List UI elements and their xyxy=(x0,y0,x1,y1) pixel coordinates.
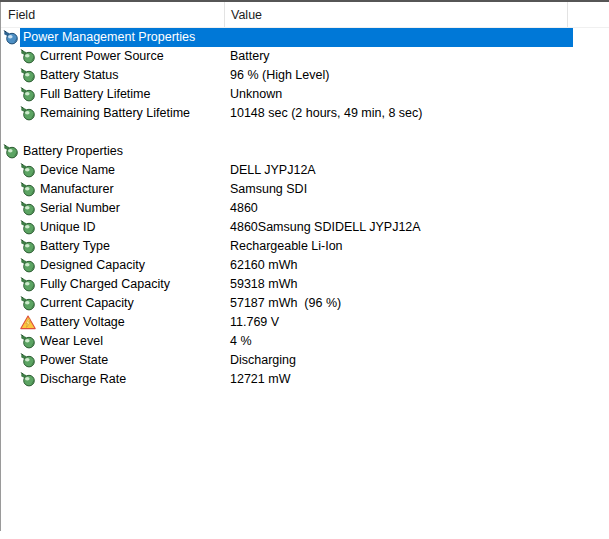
value-label: Discharging xyxy=(230,351,296,370)
warning-icon xyxy=(20,315,36,330)
property-row[interactable]: Unique ID4860Samsung SDIDELL JYPJ12A xyxy=(0,218,609,237)
field-cell: Current Capacity xyxy=(0,294,225,313)
property-icon xyxy=(20,87,36,102)
value-cell xyxy=(225,142,573,161)
column-header-field[interactable]: Field xyxy=(1,2,225,27)
properties-list: Power Management PropertiesCurrent Power… xyxy=(0,28,609,389)
field-cell: Wear Level xyxy=(0,332,225,351)
field-cell: Battery Status xyxy=(0,66,225,85)
property-icon xyxy=(20,239,36,254)
value-label: 10148 sec (2 hours, 49 min, 8 sec) xyxy=(230,104,422,123)
property-row[interactable]: Battery Status96 % (High Level) xyxy=(0,66,609,85)
property-icon xyxy=(20,220,36,235)
section-row[interactable]: Power Management Properties xyxy=(0,28,609,47)
value-cell: Samsung SDI xyxy=(225,180,573,199)
field-label: Serial Number xyxy=(40,199,120,218)
section-row[interactable]: Battery Properties xyxy=(0,142,609,161)
property-row[interactable]: ManufacturerSamsung SDI xyxy=(0,180,609,199)
value-cell: 57187 mWh (96 %) xyxy=(225,294,573,313)
property-row[interactable]: Current Capacity57187 mWh (96 %) xyxy=(0,294,609,313)
property-icon xyxy=(20,182,36,197)
field-cell: Designed Capacity xyxy=(0,256,225,275)
column-header-field-label: Field xyxy=(8,8,35,22)
property-icon xyxy=(20,334,36,349)
property-row[interactable]: Wear Level4 % xyxy=(0,332,609,351)
field-label: Full Battery Lifetime xyxy=(40,85,150,104)
value-cell: 62160 mWh xyxy=(225,256,573,275)
field-label: Power State xyxy=(40,351,108,370)
field-cell: Serial Number xyxy=(0,199,225,218)
value-label: 4860Samsung SDIDELL JYPJ12A xyxy=(230,218,421,237)
field-label: Battery Status xyxy=(40,66,119,85)
field-label: Current Power Source xyxy=(40,47,164,66)
property-icon xyxy=(20,68,36,83)
value-cell: 4860Samsung SDIDELL JYPJ12A xyxy=(225,218,573,237)
value-cell: DELL JYPJ12A xyxy=(225,161,573,180)
property-icon xyxy=(20,49,36,64)
field-cell: Full Battery Lifetime xyxy=(0,85,225,104)
property-icon xyxy=(20,163,36,178)
field-cell: Remaining Battery Lifetime xyxy=(0,104,225,123)
value-cell: 10148 sec (2 hours, 49 min, 8 sec) xyxy=(225,104,573,123)
property-row[interactable]: Designed Capacity62160 mWh xyxy=(0,256,609,275)
field-label: Battery Voltage xyxy=(40,313,125,332)
value-cell: Rechargeable Li-Ion xyxy=(225,237,573,256)
value-cell: 12721 mW xyxy=(225,370,573,389)
property-icon xyxy=(20,106,36,121)
property-row[interactable]: Battery TypeRechargeable Li-Ion xyxy=(0,237,609,256)
property-icon xyxy=(20,353,36,368)
field-cell: Power Management Properties xyxy=(0,28,225,47)
power-section-icon xyxy=(3,30,19,45)
value-cell xyxy=(225,28,573,47)
battery-info-window: Field Value Power Management PropertiesC… xyxy=(0,0,609,539)
value-cell: 59318 mWh xyxy=(225,275,573,294)
value-label: DELL JYPJ12A xyxy=(230,161,316,180)
value-cell: Unknown xyxy=(225,85,573,104)
field-label: Fully Charged Capacity xyxy=(40,275,170,294)
value-label: 59318 mWh xyxy=(230,275,297,294)
value-label: 4860 xyxy=(230,199,258,218)
field-cell: Power State xyxy=(0,351,225,370)
property-icon xyxy=(20,258,36,273)
value-cell: 11.769 V xyxy=(225,313,573,332)
field-label: Unique ID xyxy=(40,218,96,237)
spacer-row xyxy=(0,123,609,142)
property-row[interactable]: Battery Voltage11.769 V xyxy=(0,313,609,332)
field-label: Remaining Battery Lifetime xyxy=(40,104,190,123)
property-row[interactable]: Current Power SourceBattery xyxy=(0,47,609,66)
field-cell: Current Power Source xyxy=(0,47,225,66)
property-row[interactable]: Power StateDischarging xyxy=(0,351,609,370)
value-cell: 4860 xyxy=(225,199,573,218)
value-label: 57187 mWh (96 %) xyxy=(230,294,341,313)
property-row[interactable]: Device NameDELL JYPJ12A xyxy=(0,161,609,180)
field-label: Manufacturer xyxy=(40,180,114,199)
field-label: Battery Type xyxy=(40,237,110,256)
field-label: Designed Capacity xyxy=(40,256,145,275)
list-header: Field Value xyxy=(1,2,609,28)
battery-section-icon xyxy=(3,144,19,159)
field-cell: Discharge Rate xyxy=(0,370,225,389)
field-label: Power Management Properties xyxy=(23,28,195,47)
value-cell: Battery xyxy=(225,47,573,66)
property-icon xyxy=(20,372,36,387)
field-cell: Unique ID xyxy=(0,218,225,237)
value-label: 96 % (High Level) xyxy=(230,66,329,85)
value-label: Rechargeable Li-Ion xyxy=(230,237,343,256)
field-cell: Device Name xyxy=(0,161,225,180)
property-icon xyxy=(20,201,36,216)
property-row[interactable]: Remaining Battery Lifetime10148 sec (2 h… xyxy=(0,104,609,123)
value-label: 4 % xyxy=(230,332,252,351)
property-row[interactable]: Discharge Rate12721 mW xyxy=(0,370,609,389)
property-row[interactable]: Serial Number4860 xyxy=(0,199,609,218)
column-header-value[interactable]: Value xyxy=(225,2,568,27)
property-row[interactable]: Fully Charged Capacity59318 mWh xyxy=(0,275,609,294)
field-label: Device Name xyxy=(40,161,115,180)
field-cell: Manufacturer xyxy=(0,180,225,199)
property-icon xyxy=(20,277,36,292)
column-header-value-label: Value xyxy=(231,8,262,22)
field-label: Battery Properties xyxy=(23,142,123,161)
property-row[interactable]: Full Battery LifetimeUnknown xyxy=(0,85,609,104)
field-cell: Battery Voltage xyxy=(0,313,225,332)
field-label: Wear Level xyxy=(40,332,103,351)
value-label: 11.769 V xyxy=(230,313,279,332)
